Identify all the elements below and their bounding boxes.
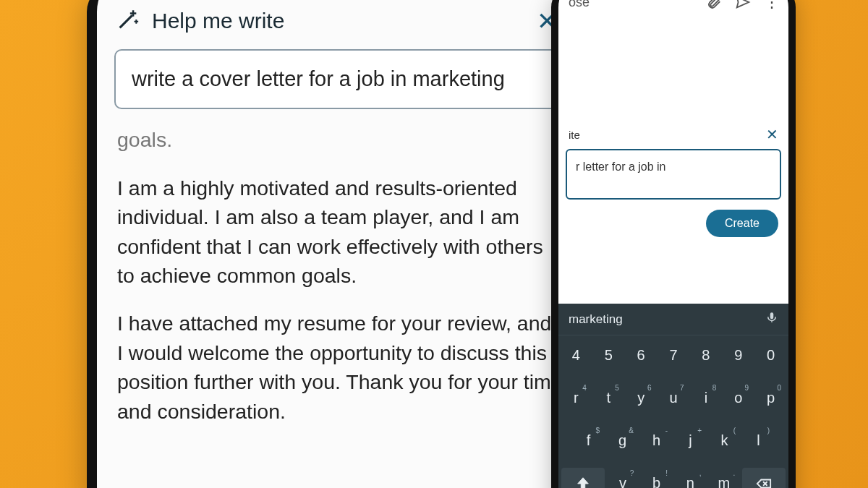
prompt-input-mini-text: r letter for a job in <box>576 160 666 173</box>
create-button[interactable]: Create <box>706 210 778 237</box>
menu-dots-icon[interactable]: ⋮ <box>764 0 778 12</box>
key-g[interactable]: g& <box>607 425 638 459</box>
key-l[interactable]: l) <box>743 425 774 459</box>
key-9[interactable]: 9 <box>723 340 753 374</box>
send-icon[interactable] <box>735 0 751 10</box>
key-b[interactable]: b! <box>641 468 672 488</box>
key-r[interactable]: r4 <box>561 382 591 416</box>
generated-body: goals. I am a highly motivated and resul… <box>110 125 570 426</box>
key-h[interactable]: h- <box>641 425 672 459</box>
svg-rect-0 <box>770 312 774 319</box>
wand-icon <box>116 7 140 35</box>
keyboard-top-row: r4t5y6u7i8o9p0 <box>558 378 788 421</box>
keyboard-number-row: 4567890 <box>558 335 788 378</box>
key-k[interactable]: k( <box>709 425 740 459</box>
compose-body: ite ✕ r letter for a job in Create <box>558 17 788 304</box>
key-4[interactable]: 4 <box>561 340 591 374</box>
help-me-write-mini-panel: ite ✕ r letter for a job in Create <box>558 119 788 246</box>
prompt-text: write a cover letter for a job in market… <box>132 65 548 93</box>
close-icon[interactable]: ✕ <box>766 126 778 143</box>
key-m[interactable]: m. <box>709 468 740 488</box>
key-i[interactable]: i8 <box>691 382 720 416</box>
help-me-write-header: Help me write ✕ <box>110 3 570 49</box>
key-5[interactable]: 5 <box>594 340 624 374</box>
key-6[interactable]: 6 <box>626 340 656 374</box>
phone-right-frame: ose ⋮ ite ✕ r letter for a job in Create… <box>551 0 796 488</box>
suggestion-word[interactable]: marketing <box>569 312 765 327</box>
keyboard-suggestion-bar: marketing <box>558 304 788 335</box>
key-0[interactable]: 0 <box>756 340 786 374</box>
cutoff-fragment: goals. <box>117 125 563 154</box>
hmw-mini-label: ite <box>569 129 766 141</box>
compose-title-fragment: ose <box>569 0 590 10</box>
prompt-input-mini[interactable]: r letter for a job in <box>566 149 781 200</box>
key-8[interactable]: 8 <box>691 340 720 374</box>
paperclip-icon[interactable] <box>706 0 722 10</box>
compose-toolbar: ose ⋮ <box>558 0 788 17</box>
keyboard-bottom-row: v?b!n,m. <box>558 463 788 488</box>
key-o[interactable]: o9 <box>723 382 753 416</box>
prompt-input[interactable]: write a cover letter for a job in market… <box>114 49 566 109</box>
key-j[interactable]: j+ <box>675 425 706 459</box>
key-p[interactable]: p0 <box>756 382 786 416</box>
onscreen-keyboard: marketing 4567890 r4t5y6u7i8o9p0 f$g&h-j… <box>558 304 788 488</box>
help-me-write-title: Help me write <box>152 9 518 33</box>
mic-icon[interactable] <box>765 311 778 328</box>
phone-side-button <box>788 43 791 80</box>
key-7[interactable]: 7 <box>659 340 689 374</box>
keyboard-mid-row: f$g&h-j+k(l) <box>558 421 788 463</box>
key-t[interactable]: t5 <box>594 382 624 416</box>
key-v[interactable]: v? <box>608 468 639 488</box>
body-paragraph-1: I am a highly motivated and results-orie… <box>117 174 563 291</box>
key-u[interactable]: u7 <box>659 382 689 416</box>
key-n[interactable]: n, <box>675 468 706 488</box>
key-y[interactable]: y6 <box>626 382 656 416</box>
phone-left-frame: Help me write ✕ write a cover letter for… <box>87 0 593 488</box>
body-paragraph-2: I have attached my resume for your revie… <box>117 309 563 426</box>
key-f[interactable]: f$ <box>573 425 604 459</box>
backspace-icon[interactable] <box>742 468 786 488</box>
shift-icon[interactable] <box>561 468 605 488</box>
